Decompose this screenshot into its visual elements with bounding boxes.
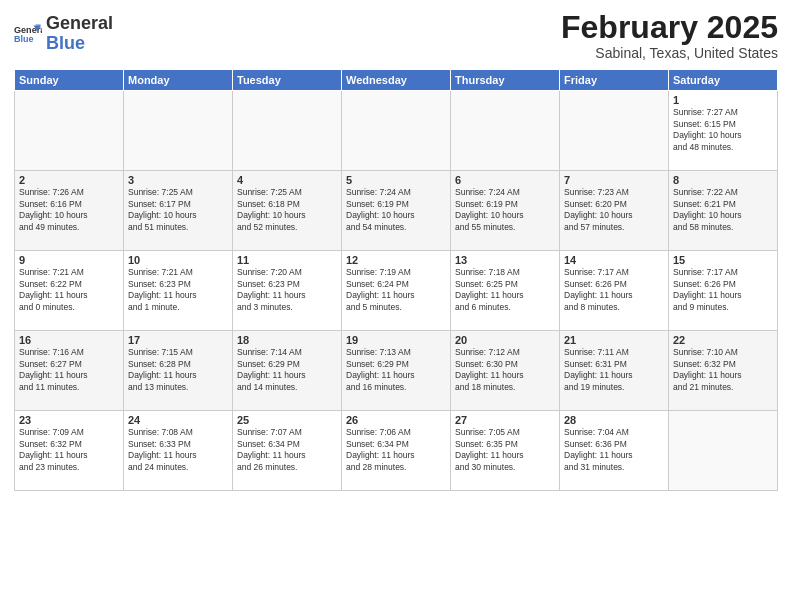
- calendar-cell-1-6: 8Sunrise: 7:22 AM Sunset: 6:21 PM Daylig…: [669, 171, 778, 251]
- day-number: 1: [673, 94, 773, 106]
- calendar-thead: Sunday Monday Tuesday Wednesday Thursday…: [15, 70, 778, 91]
- calendar-container: General Blue General Blue February 2025 …: [0, 0, 792, 612]
- title-block: February 2025 Sabinal, Texas, United Sta…: [561, 10, 778, 61]
- calendar-cell-4-1: 24Sunrise: 7:08 AM Sunset: 6:33 PM Dayli…: [124, 411, 233, 491]
- col-sunday: Sunday: [15, 70, 124, 91]
- week-row-1: 1Sunrise: 7:27 AM Sunset: 6:15 PM Daylig…: [15, 91, 778, 171]
- day-number: 24: [128, 414, 228, 426]
- calendar-cell-3-2: 18Sunrise: 7:14 AM Sunset: 6:29 PM Dayli…: [233, 331, 342, 411]
- day-info: Sunrise: 7:10 AM Sunset: 6:32 PM Dayligh…: [673, 347, 773, 393]
- day-info: Sunrise: 7:24 AM Sunset: 6:19 PM Dayligh…: [346, 187, 446, 233]
- calendar-cell-3-1: 17Sunrise: 7:15 AM Sunset: 6:28 PM Dayli…: [124, 331, 233, 411]
- logo-general: General: [46, 14, 113, 34]
- day-info: Sunrise: 7:17 AM Sunset: 6:26 PM Dayligh…: [673, 267, 773, 313]
- calendar-cell-4-2: 25Sunrise: 7:07 AM Sunset: 6:34 PM Dayli…: [233, 411, 342, 491]
- col-tuesday: Tuesday: [233, 70, 342, 91]
- day-number: 3: [128, 174, 228, 186]
- calendar-cell-2-3: 12Sunrise: 7:19 AM Sunset: 6:24 PM Dayli…: [342, 251, 451, 331]
- day-info: Sunrise: 7:04 AM Sunset: 6:36 PM Dayligh…: [564, 427, 664, 473]
- calendar-body: 1Sunrise: 7:27 AM Sunset: 6:15 PM Daylig…: [15, 91, 778, 491]
- day-info: Sunrise: 7:11 AM Sunset: 6:31 PM Dayligh…: [564, 347, 664, 393]
- logo-blue: Blue: [46, 34, 113, 54]
- calendar-cell-4-4: 27Sunrise: 7:05 AM Sunset: 6:35 PM Dayli…: [451, 411, 560, 491]
- day-number: 23: [19, 414, 119, 426]
- calendar-cell-4-0: 23Sunrise: 7:09 AM Sunset: 6:32 PM Dayli…: [15, 411, 124, 491]
- day-info: Sunrise: 7:09 AM Sunset: 6:32 PM Dayligh…: [19, 427, 119, 473]
- day-number: 28: [564, 414, 664, 426]
- calendar-cell-0-6: 1Sunrise: 7:27 AM Sunset: 6:15 PM Daylig…: [669, 91, 778, 171]
- week-row-4: 16Sunrise: 7:16 AM Sunset: 6:27 PM Dayli…: [15, 331, 778, 411]
- calendar-cell-2-4: 13Sunrise: 7:18 AM Sunset: 6:25 PM Dayli…: [451, 251, 560, 331]
- day-info: Sunrise: 7:12 AM Sunset: 6:30 PM Dayligh…: [455, 347, 555, 393]
- day-info: Sunrise: 7:18 AM Sunset: 6:25 PM Dayligh…: [455, 267, 555, 313]
- day-info: Sunrise: 7:08 AM Sunset: 6:33 PM Dayligh…: [128, 427, 228, 473]
- day-info: Sunrise: 7:25 AM Sunset: 6:17 PM Dayligh…: [128, 187, 228, 233]
- calendar-cell-1-4: 6Sunrise: 7:24 AM Sunset: 6:19 PM Daylig…: [451, 171, 560, 251]
- day-number: 19: [346, 334, 446, 346]
- calendar-cell-1-0: 2Sunrise: 7:26 AM Sunset: 6:16 PM Daylig…: [15, 171, 124, 251]
- day-number: 6: [455, 174, 555, 186]
- day-number: 14: [564, 254, 664, 266]
- day-number: 8: [673, 174, 773, 186]
- day-info: Sunrise: 7:20 AM Sunset: 6:23 PM Dayligh…: [237, 267, 337, 313]
- calendar-cell-0-5: [560, 91, 669, 171]
- day-number: 9: [19, 254, 119, 266]
- day-info: Sunrise: 7:25 AM Sunset: 6:18 PM Dayligh…: [237, 187, 337, 233]
- day-info: Sunrise: 7:17 AM Sunset: 6:26 PM Dayligh…: [564, 267, 664, 313]
- calendar-cell-1-1: 3Sunrise: 7:25 AM Sunset: 6:17 PM Daylig…: [124, 171, 233, 251]
- day-number: 12: [346, 254, 446, 266]
- calendar-cell-0-3: [342, 91, 451, 171]
- location-subtitle: Sabinal, Texas, United States: [561, 45, 778, 61]
- calendar-cell-3-6: 22Sunrise: 7:10 AM Sunset: 6:32 PM Dayli…: [669, 331, 778, 411]
- day-info: Sunrise: 7:26 AM Sunset: 6:16 PM Dayligh…: [19, 187, 119, 233]
- calendar-cell-0-4: [451, 91, 560, 171]
- day-number: 7: [564, 174, 664, 186]
- calendar-cell-4-6: [669, 411, 778, 491]
- calendar-cell-1-2: 4Sunrise: 7:25 AM Sunset: 6:18 PM Daylig…: [233, 171, 342, 251]
- calendar-cell-3-4: 20Sunrise: 7:12 AM Sunset: 6:30 PM Dayli…: [451, 331, 560, 411]
- calendar-cell-0-1: [124, 91, 233, 171]
- calendar-cell-2-0: 9Sunrise: 7:21 AM Sunset: 6:22 PM Daylig…: [15, 251, 124, 331]
- day-number: 21: [564, 334, 664, 346]
- col-friday: Friday: [560, 70, 669, 91]
- logo: General Blue General Blue: [14, 14, 113, 54]
- col-wednesday: Wednesday: [342, 70, 451, 91]
- day-number: 10: [128, 254, 228, 266]
- day-info: Sunrise: 7:16 AM Sunset: 6:27 PM Dayligh…: [19, 347, 119, 393]
- day-number: 20: [455, 334, 555, 346]
- day-number: 16: [19, 334, 119, 346]
- week-row-3: 9Sunrise: 7:21 AM Sunset: 6:22 PM Daylig…: [15, 251, 778, 331]
- calendar-cell-3-0: 16Sunrise: 7:16 AM Sunset: 6:27 PM Dayli…: [15, 331, 124, 411]
- calendar-cell-2-6: 15Sunrise: 7:17 AM Sunset: 6:26 PM Dayli…: [669, 251, 778, 331]
- week-row-5: 23Sunrise: 7:09 AM Sunset: 6:32 PM Dayli…: [15, 411, 778, 491]
- day-info: Sunrise: 7:13 AM Sunset: 6:29 PM Dayligh…: [346, 347, 446, 393]
- day-info: Sunrise: 7:05 AM Sunset: 6:35 PM Dayligh…: [455, 427, 555, 473]
- calendar-cell-3-5: 21Sunrise: 7:11 AM Sunset: 6:31 PM Dayli…: [560, 331, 669, 411]
- day-number: 27: [455, 414, 555, 426]
- calendar-cell-2-1: 10Sunrise: 7:21 AM Sunset: 6:23 PM Dayli…: [124, 251, 233, 331]
- day-info: Sunrise: 7:23 AM Sunset: 6:20 PM Dayligh…: [564, 187, 664, 233]
- day-info: Sunrise: 7:06 AM Sunset: 6:34 PM Dayligh…: [346, 427, 446, 473]
- day-number: 5: [346, 174, 446, 186]
- calendar-cell-2-2: 11Sunrise: 7:20 AM Sunset: 6:23 PM Dayli…: [233, 251, 342, 331]
- day-number: 4: [237, 174, 337, 186]
- day-info: Sunrise: 7:15 AM Sunset: 6:28 PM Dayligh…: [128, 347, 228, 393]
- day-info: Sunrise: 7:27 AM Sunset: 6:15 PM Dayligh…: [673, 107, 773, 153]
- day-number: 11: [237, 254, 337, 266]
- col-saturday: Saturday: [669, 70, 778, 91]
- week-row-2: 2Sunrise: 7:26 AM Sunset: 6:16 PM Daylig…: [15, 171, 778, 251]
- day-info: Sunrise: 7:21 AM Sunset: 6:23 PM Dayligh…: [128, 267, 228, 313]
- calendar-cell-0-0: [15, 91, 124, 171]
- day-number: 17: [128, 334, 228, 346]
- col-thursday: Thursday: [451, 70, 560, 91]
- calendar-cell-3-3: 19Sunrise: 7:13 AM Sunset: 6:29 PM Dayli…: [342, 331, 451, 411]
- day-info: Sunrise: 7:22 AM Sunset: 6:21 PM Dayligh…: [673, 187, 773, 233]
- day-number: 22: [673, 334, 773, 346]
- calendar-cell-1-3: 5Sunrise: 7:24 AM Sunset: 6:19 PM Daylig…: [342, 171, 451, 251]
- month-title: February 2025: [561, 10, 778, 45]
- day-number: 13: [455, 254, 555, 266]
- day-number: 2: [19, 174, 119, 186]
- day-info: Sunrise: 7:24 AM Sunset: 6:19 PM Dayligh…: [455, 187, 555, 233]
- day-info: Sunrise: 7:21 AM Sunset: 6:22 PM Dayligh…: [19, 267, 119, 313]
- day-info: Sunrise: 7:19 AM Sunset: 6:24 PM Dayligh…: [346, 267, 446, 313]
